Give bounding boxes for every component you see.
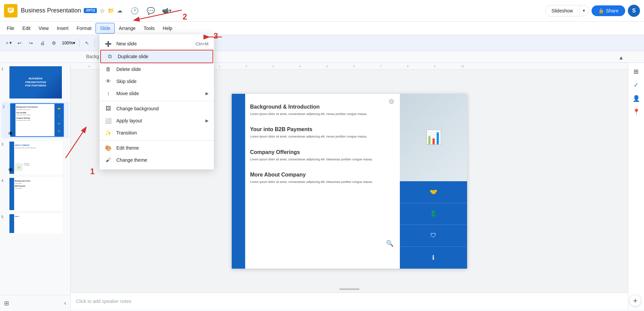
menu-skip-slide[interactable]: 👁 Skip slide [100,75,214,87]
slide-thumb-2[interactable]: 2 Background & Introduction Lorem ipsum … [1,102,69,138]
slide-text-2: Lorem ipsum dolor sit amet, consectetuer… [250,134,396,139]
menu-new-slide[interactable]: ➕ New slide Ctrl+M [100,38,214,50]
tabs-bar: Background & Layout Theme Transition ▲ [0,51,644,63]
grid-icon-1: 🤝 [400,181,467,203]
pptx-badge: .PPTX [84,8,97,13]
slide-thumb-5[interactable]: 5 Slide 5 [1,213,69,234]
slide-settings-icon: ⚙ [386,96,396,107]
toolbar-undo-btn[interactable]: ↩ [14,38,25,48]
toolbar-add-btn[interactable]: ＋▾ [3,38,13,48]
menu-delete-slide[interactable]: 🗑 Delete slide [100,63,214,75]
menu-section-1: ➕ New slide Ctrl+M ⧉ Duplicate slide 🗑 D… [100,36,214,101]
toolbar-options-btn[interactable]: ⚙ [48,38,59,48]
title-area: Business Presentation .PPTX ☆ 📁 ☁ [21,7,122,14]
svg-rect-1 [9,9,13,9]
slide-heading-4: More About Company [250,172,396,178]
notes-area[interactable]: Click to add speaker notes [71,293,628,309]
menu-section-2: 🖼 Change background ⬜ Apply layout ▶ ✨ T… [100,101,214,141]
menu-help[interactable]: Help [159,23,177,34]
avatar[interactable]: S [628,5,640,17]
move-slide-icon: ↕ [105,90,112,97]
skip-slide-icon: 👁 [105,78,112,85]
toolbar-cursor-btn[interactable]: ↖ [82,38,92,48]
grid-view-button[interactable]: ⊞ [4,300,9,307]
duplicate-slide-icon: ⧉ [106,53,113,60]
menu-move-slide[interactable]: ↕ Move slide ▶ [100,87,214,100]
toolbar-print-btn[interactable]: 🖨 [37,38,48,48]
slide-text-1: Lorem ipsum dolor sit amet, consectetuer… [250,112,396,117]
toolbar-separator-1 [79,39,80,47]
grid-icon-2: 💲 [400,203,467,225]
lock-icon: 🔒 [598,8,604,13]
slide-thumb-4[interactable]: 4 Background & Intro Lorem ipsum... B2B … [1,177,69,211]
top-bar: Business Presentation .PPTX ☆ 📁 ☁ 🕐 💬 📹▾… [0,0,644,22]
menu-duplicate-slide[interactable]: ⧉ Duplicate slide [100,50,213,63]
slide-heading-2: Your into B2B Payments [250,126,396,132]
slideshow-button[interactable]: Slideshow [545,5,579,16]
topright-icons: 🕐 💬 📹▾ [128,4,174,17]
slide-heading-1: Background & Introduction [250,104,396,110]
menu-change-background[interactable]: 🖼 Change background [100,103,214,115]
menu-insert[interactable]: Insert [53,23,73,34]
star-icon[interactable]: ☆ [100,7,105,14]
slide-panel: 1 BUSINESSPRESENTATIONFOR PARTNERS 2 Bac… [0,63,71,309]
slide-icon-eye-3: 👁 [8,167,13,173]
menu-file[interactable]: File [3,23,18,34]
slide-num-3: 3 [1,141,7,146]
rs-table-icon[interactable]: ⊞ [630,66,642,78]
grid-icon-4: ℹ [400,247,467,269]
folder-icon[interactable]: 📁 [108,7,114,14]
rs-person-icon[interactable]: 👤 [630,92,642,105]
slide-main[interactable]: Background & Introduction Lorem ipsum do… [232,94,467,269]
menu-format[interactable]: Format [73,23,96,34]
cloud-icon[interactable]: ☁ [117,7,122,14]
notes-placeholder[interactable]: Click to add speaker notes [76,299,131,304]
slide-preview-1[interactable]: BUSINESSPRESENTATIONFOR PARTNERS [9,66,63,99]
menu-change-theme[interactable]: 🖌 Change theme [100,154,214,166]
slide-search-icon: 🔍 [385,238,395,248]
menu-arrange[interactable]: Arrange [115,23,140,34]
change-bg-icon: 🖼 [105,105,112,112]
comment-icon[interactable]: 💬 [144,4,157,17]
right-sidebar: ⊞ ✓ 👤 📍 ＋ [628,63,644,309]
change-theme-icon: 🖌 [105,157,112,163]
slide-thumb-1[interactable]: 1 BUSINESSPRESENTATIONFOR PARTNERS [1,66,69,99]
slideshow-btn-area: Slideshow ▾ 🔒 Share S [545,5,640,17]
menu-view[interactable]: View [35,23,53,34]
toolbar-zoom[interactable]: 100% ▾ [60,40,77,45]
add-slide-button[interactable]: ＋ [629,295,641,307]
doc-title[interactable]: Business Presentation [21,7,81,14]
slide-preview-5[interactable]: Slide 5 [9,213,63,234]
slide-preview-3[interactable]: ABOUT COMPANY Lorem ipsum dolor sit amet… [9,141,63,174]
toggle-panel-button[interactable]: ‹ [64,300,66,307]
toolbar: ＋▾ ↩ ↪ 🖨 ⚙ 100% ▾ ↖ [0,35,644,51]
slide-num-1: 1 [1,66,7,71]
menu-transition[interactable]: ✨ Transition [100,127,214,139]
move-slide-arrow: ▶ [205,91,209,96]
slide-preview-4[interactable]: Background & Intro Lorem ipsum... B2B Pa… [9,177,63,211]
rs-check-icon[interactable]: ✓ [630,79,642,91]
slideshow-dropdown-button[interactable]: ▾ [579,5,589,16]
slide-blue-strip [232,94,245,269]
collapse-panel-button[interactable]: ▲ [614,51,628,65]
menu-section-3: 🎨 Edit theme 🖌 Change theme [100,141,214,167]
menu-edit[interactable]: Edit [18,23,35,34]
slide-text-4: Lorem ipsum dolor sit amet, consectetuer… [250,180,396,185]
slide-num-2: 2 [3,103,8,109]
slide-text-content: Background & Introduction Lorem ipsum do… [250,104,396,189]
slide-panel-bottom: ⊞ ‹ [0,295,71,311]
present-icon[interactable]: 📹▾ [160,4,174,17]
menu-bar: File Edit View Insert Format Slide Arran… [0,22,644,35]
menu-edit-theme[interactable]: 🎨 Edit theme [100,142,214,154]
toolbar-redo-btn[interactable]: ↪ [26,38,36,48]
slide-dropdown-menu: ➕ New slide Ctrl+M ⧉ Duplicate slide 🗑 D… [100,34,214,169]
history-icon[interactable]: 🕐 [128,4,141,17]
rs-map-icon[interactable]: 📍 [630,106,642,118]
menu-slide[interactable]: Slide [96,23,115,34]
menu-apply-layout[interactable]: ⬜ Apply layout ▶ [100,115,214,127]
menu-tools[interactable]: Tools [140,23,159,34]
svg-rect-2 [9,10,11,11]
slide-thumb-3[interactable]: 3 ABOUT COMPANY Lorem ipsum dolor sit am… [1,141,69,174]
share-button[interactable]: 🔒 Share [592,5,625,16]
slide-text-3: Lorem ipsum dolor sit amet, consectetuer… [250,157,396,162]
